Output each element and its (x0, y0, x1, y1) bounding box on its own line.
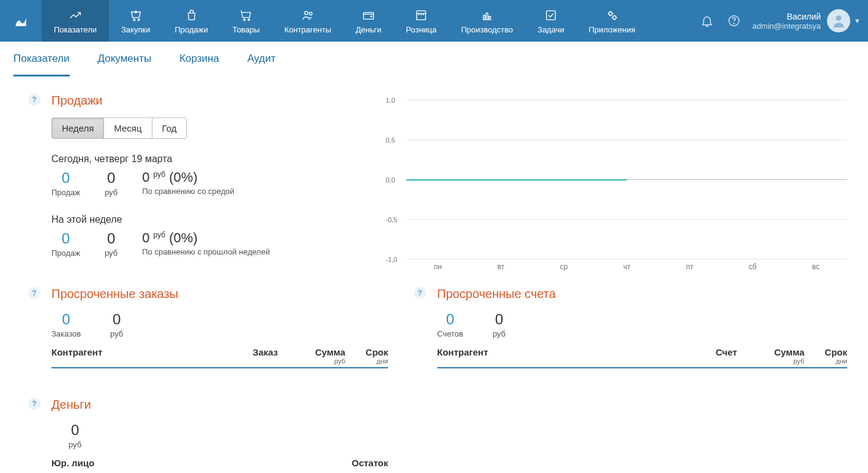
svg-point-2 (244, 18, 245, 20)
svg-rect-10 (488, 16, 490, 20)
week-delta: 0 руб (0%) (142, 230, 270, 246)
logo[interactable] (0, 0, 42, 42)
svg-point-0 (133, 18, 135, 20)
nav-money[interactable]: Деньги (343, 0, 394, 42)
today-sales-count-label: Продаж (51, 188, 80, 197)
overdue-orders-amount: 0 (110, 311, 123, 328)
nav-apps[interactable]: Приложения (577, 0, 648, 42)
today-delta: 0 руб (0%) (142, 169, 234, 185)
help-button[interactable] (720, 0, 747, 42)
week-sales-amount-label: руб (105, 248, 118, 258)
svg-point-5 (309, 12, 312, 15)
nav-label: Производство (461, 25, 513, 34)
svg-rect-8 (483, 15, 485, 20)
help-circle-icon (727, 14, 741, 28)
svg-rect-9 (486, 13, 488, 20)
overdue-invoices-title: Просроченные счета (437, 287, 847, 301)
help-badge[interactable]: ? (28, 94, 40, 106)
store-icon (414, 8, 428, 23)
period-year-button[interactable]: Год (152, 118, 187, 138)
money-amount: 0 (69, 422, 81, 439)
nav-sales[interactable]: Продажи (162, 0, 220, 42)
today-sales-amount-label: руб (105, 188, 118, 197)
chart-line-icon (69, 8, 82, 23)
sales-chart: 1,0 0,5 0,0 -0,5 -1,0 пн вт ср чт пт сб … (388, 94, 847, 271)
today-date: Сегодня, четверг 19 марта (51, 154, 388, 165)
subtabs: Показатели Документы Корзина Аудит (0, 42, 868, 76)
nav-label: Розница (406, 25, 436, 34)
svg-point-3 (248, 18, 250, 20)
nav-label: Закупки (121, 25, 150, 34)
week-sales-amount: 0 (105, 230, 118, 247)
svg-rect-11 (547, 10, 556, 20)
overdue-invoices-amount: 0 (493, 311, 506, 328)
user-email: admin@integratsya (752, 21, 821, 31)
nav-counterparties[interactable]: Контрагенты (272, 0, 343, 42)
cart-icon (239, 8, 253, 23)
nav-goods[interactable]: Товары (220, 0, 272, 42)
period-week-button[interactable]: Неделя (52, 118, 103, 138)
money-table-head: Юр. лицо Остаток (51, 458, 388, 471)
svg-point-4 (304, 11, 308, 14)
week-compare: По сравнению с прошлой неделей (142, 247, 270, 256)
nav-label: Продажи (174, 25, 208, 34)
wallet-icon (362, 8, 375, 23)
bell-icon (700, 14, 714, 28)
chevron-down-icon: ▼ (854, 17, 861, 24)
tab-audit[interactable]: Аудит (247, 53, 275, 76)
tab-documents[interactable]: Документы (98, 53, 152, 76)
today-sales-amount: 0 (105, 169, 118, 187)
overdue-invoices-table-head: Контрагент Счет Суммаруб Срокдни (437, 347, 847, 368)
svg-point-16 (836, 15, 842, 21)
top-navbar: Показатели Закупки Продажи Товары Контра… (0, 0, 868, 42)
checklist-icon (544, 8, 558, 23)
help-badge[interactable]: ? (28, 398, 40, 410)
gears-icon (605, 8, 619, 23)
tab-trash[interactable]: Корзина (179, 53, 219, 76)
user-name: Василий (752, 12, 821, 21)
overdue-orders-count: 0 (51, 311, 81, 328)
svg-point-12 (608, 12, 612, 15)
chart-series-line (406, 179, 627, 181)
money-title: Деньги (51, 398, 388, 412)
nav-label: Задачи (537, 25, 564, 34)
factory-icon (481, 8, 494, 23)
cart-in-icon (129, 8, 143, 23)
nav-purchases[interactable]: Закупки (109, 0, 162, 42)
nav-tasks[interactable]: Задачи (525, 0, 577, 42)
week-label: На этой неделе (51, 214, 388, 225)
nav-label: Товары (233, 25, 260, 34)
sales-title: Продажи (51, 94, 388, 108)
today-compare: По сравнению со средой (142, 187, 234, 196)
week-sales-count: 0 (51, 230, 80, 247)
avatar (827, 9, 850, 32)
users-icon (301, 8, 315, 23)
help-badge[interactable]: ? (28, 287, 40, 299)
nav-label: Контрагенты (284, 25, 331, 34)
help-badge[interactable]: ? (414, 287, 426, 299)
week-sales-count-label: Продаж (51, 248, 80, 258)
nav-label: Деньги (356, 25, 381, 34)
svg-point-1 (138, 18, 140, 20)
overdue-invoices-count: 0 (437, 311, 463, 328)
period-toggle: Неделя Месяц Год (51, 117, 187, 139)
svg-point-7 (371, 15, 372, 17)
period-month-button[interactable]: Месяц (103, 118, 151, 138)
bag-icon (185, 8, 198, 23)
tab-indicators[interactable]: Показатели (13, 53, 70, 76)
svg-point-13 (613, 15, 616, 18)
user-menu[interactable]: Василий admin@integratsya ▼ (747, 9, 861, 32)
nav-label: Приложения (589, 25, 635, 34)
notifications-button[interactable] (694, 0, 720, 42)
nav-production[interactable]: Производство (449, 0, 525, 42)
svg-point-15 (733, 23, 734, 24)
nav-label: Показатели (54, 25, 97, 34)
today-sales-count: 0 (51, 169, 80, 187)
overdue-orders-table-head: Контрагент Заказ Суммаруб Срокдни (51, 347, 388, 368)
nav-indicators[interactable]: Показатели (42, 0, 109, 42)
overdue-orders-title: Просроченные заказы (51, 287, 388, 301)
nav-retail[interactable]: Розница (394, 0, 449, 42)
person-icon (831, 13, 847, 29)
